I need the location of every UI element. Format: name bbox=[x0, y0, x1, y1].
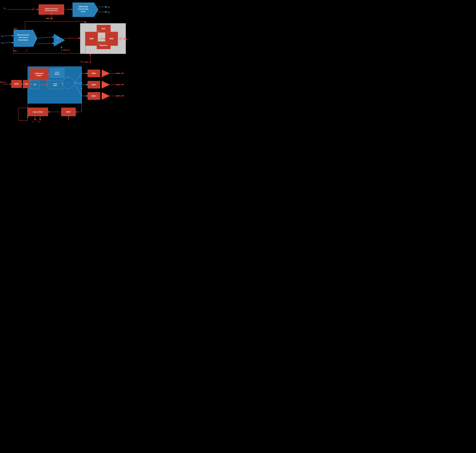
vco-block: ~ bbox=[63, 77, 74, 89]
vinp-label: Vinp bbox=[1, 35, 4, 37]
amp3-block bbox=[102, 92, 110, 100]
svg-line-39 bbox=[26, 50, 27, 52]
pfd-block: PFD bbox=[23, 80, 30, 88]
svg-line-27 bbox=[37, 37, 54, 38]
svg-text:n: n bbox=[18, 51, 18, 52]
svg-text:k: k bbox=[69, 7, 70, 8]
signal-processor-block: Signal Processorand Randomiser bbox=[39, 4, 64, 15]
dacn-label: DACn bbox=[14, 50, 17, 52]
registers-block: Registers bbox=[97, 41, 111, 49]
svg-line-30 bbox=[69, 37, 70, 40]
ndiv-block: NDIV bbox=[61, 108, 76, 116]
svg-line-97 bbox=[34, 116, 36, 119]
svg-line-6 bbox=[68, 8, 70, 11]
lock-detect-block: LockDetect bbox=[50, 68, 64, 78]
vinm-label: Vinm bbox=[1, 42, 4, 44]
svg-marker-123 bbox=[102, 92, 110, 100]
dac-array-block: Differential Current DAC Array bbox=[72, 2, 98, 17]
smpl-clk-top-label: SMPL_CLK bbox=[46, 18, 53, 19]
ioutp-label: Ioutp bbox=[107, 6, 110, 8]
mdiv1-block: MDIV bbox=[88, 70, 100, 77]
svg-marker-121 bbox=[102, 70, 110, 77]
svg-text:Array: Array bbox=[81, 10, 85, 12]
amp2-block bbox=[102, 81, 110, 88]
svg-line-91 bbox=[68, 118, 70, 120]
cp-block: CP bbox=[30, 80, 40, 89]
refclk-label: REF_CLK bbox=[0, 81, 6, 83]
mdiv3-block: MDIV bbox=[88, 92, 100, 100]
sigma-delta-block: Sigma Delta bbox=[27, 108, 48, 116]
ioutn-label: Ioutn bbox=[107, 11, 110, 13]
svg-text:+: + bbox=[57, 37, 58, 39]
mdiv2-block: MDIV bbox=[88, 81, 100, 88]
svg-text:k: k bbox=[52, 16, 53, 17]
svg-text:Differential DAC: Differential DAC bbox=[17, 34, 30, 36]
svg-line-28 bbox=[37, 43, 54, 44]
diff-dac-block: Differential DAC with built-in Redundanc… bbox=[14, 30, 37, 47]
svg-text:with built-in: with built-in bbox=[19, 36, 28, 38]
svg-line-58 bbox=[5, 83, 6, 85]
svg-text:Current DAC: Current DAC bbox=[78, 8, 89, 10]
smpl-clk-bottom-label: SMPL_CLK bbox=[80, 61, 87, 63]
calibration-engine-block: CalibrationEngine bbox=[30, 68, 49, 80]
dout-label: Dout bbox=[126, 38, 129, 41]
svg-text:9: 9 bbox=[70, 116, 71, 118]
comparator-block: + - bbox=[54, 34, 65, 46]
svg-text:Differential: Differential bbox=[78, 6, 88, 8]
pll-op1-label: PLL_OP1 bbox=[118, 72, 124, 74]
svg-line-101 bbox=[39, 116, 40, 119]
internal-clk-label: Internal_CLK bbox=[63, 50, 70, 51]
amp1-block bbox=[102, 70, 110, 77]
svg-text:k: k bbox=[27, 48, 28, 50]
svg-marker-122 bbox=[102, 81, 110, 88]
svg-text:4: 4 bbox=[7, 82, 7, 83]
svg-line-3 bbox=[32, 8, 33, 11]
svg-marker-118 bbox=[54, 34, 65, 46]
svg-text:-: - bbox=[57, 41, 58, 44]
cal-block: CAL bbox=[97, 25, 111, 33]
din-label: Din bbox=[4, 7, 6, 9]
svg-text:p: p bbox=[18, 29, 19, 30]
frac-label: FRAC bbox=[37, 121, 40, 123]
pll-op3-label: PLL_OP3 bbox=[118, 95, 124, 97]
loop-filter-block: LoopFilter bbox=[47, 80, 63, 89]
pll-op2-label: PLL_OP2 bbox=[118, 84, 124, 85]
sar-block: SAR bbox=[85, 32, 98, 46]
svg-text:n: n bbox=[70, 36, 71, 37]
svg-text:12: 12 bbox=[33, 7, 35, 9]
vco-text-label: VCO bbox=[66, 77, 69, 78]
svg-text:Redundancy: Redundancy bbox=[18, 39, 28, 41]
int-label: INT bbox=[32, 121, 34, 123]
rdiv-block: RDIV bbox=[11, 80, 22, 88]
dacp-label: DACp bbox=[14, 28, 17, 30]
